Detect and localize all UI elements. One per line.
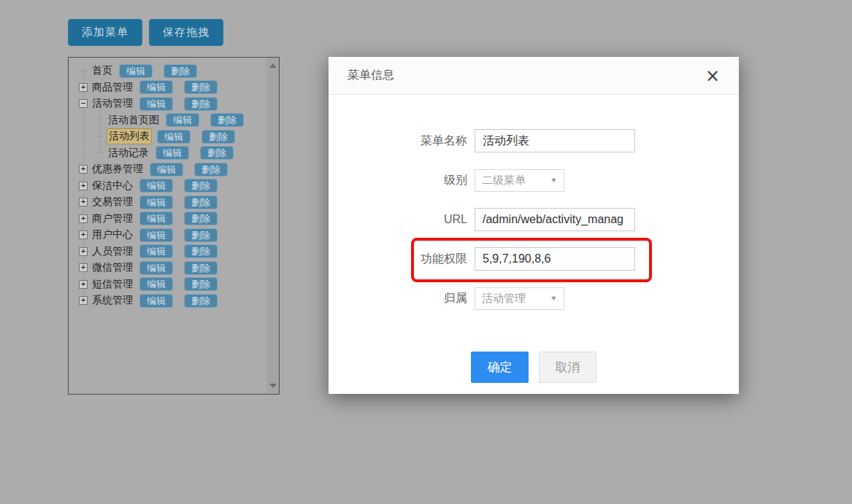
- tree-node-coupon[interactable]: 优惠券管理: [91, 162, 145, 177]
- delete-button[interactable]: 删除: [184, 80, 218, 94]
- edit-button[interactable]: 编辑: [139, 195, 173, 209]
- parent-label: 归属: [329, 291, 475, 306]
- tree-row-wechat: 微信管理 编辑 删除: [69, 260, 279, 276]
- delete-button[interactable]: 删除: [184, 195, 218, 209]
- edit-button[interactable]: 编辑: [157, 130, 191, 144]
- cancel-button[interactable]: 取消: [539, 352, 596, 383]
- scroll-down-icon[interactable]: [269, 384, 277, 388]
- tree-node-user-center[interactable]: 用户中心: [91, 228, 134, 242]
- tree-node-activity-banner[interactable]: 活动首页图: [107, 113, 161, 128]
- expand-plus-icon[interactable]: [79, 263, 88, 272]
- edit-button[interactable]: 编辑: [156, 146, 189, 160]
- edit-button[interactable]: 编辑: [119, 64, 153, 78]
- expand-plus-icon[interactable]: [79, 214, 88, 223]
- edit-button[interactable]: 编辑: [139, 212, 173, 225]
- delete-button[interactable]: 删除: [194, 163, 228, 177]
- delete-button[interactable]: 删除: [184, 228, 218, 242]
- edit-button[interactable]: 编辑: [166, 113, 199, 127]
- tree-node-wechat[interactable]: 微信管理: [91, 260, 134, 275]
- scroll-up-icon[interactable]: [269, 63, 277, 68]
- tree-row-activity-banner: 活动首页图 编辑 删除: [69, 112, 279, 129]
- expand-plus-icon[interactable]: [79, 198, 88, 206]
- expand-plus-icon[interactable]: [79, 182, 88, 190]
- add-menu-button[interactable]: 添加菜单: [68, 19, 142, 46]
- dialog-header: 菜单信息 ×: [329, 57, 739, 95]
- delete-button[interactable]: 删除: [184, 179, 218, 193]
- dialog-title: 菜单信息: [348, 68, 394, 83]
- expand-plus-icon[interactable]: [79, 280, 88, 289]
- expand-plus-icon[interactable]: [79, 230, 88, 239]
- parent-select[interactable]: 活动管理 ▼: [475, 287, 564, 310]
- expand-plus-icon[interactable]: [79, 165, 88, 174]
- tree-row-activity-record: 活动记录 编辑 删除: [69, 145, 279, 162]
- tree-node-staff[interactable]: 人员管理: [91, 244, 134, 259]
- delete-button[interactable]: 删除: [210, 113, 244, 127]
- delete-button[interactable]: 删除: [164, 64, 197, 78]
- edit-button[interactable]: 编辑: [139, 80, 173, 94]
- tree-node-sms[interactable]: 短信管理: [91, 277, 134, 292]
- delete-button[interactable]: 删除: [184, 212, 218, 225]
- form-row-level: 级别 二级菜单 ▼: [329, 168, 739, 192]
- tree-node-home[interactable]: 首页: [91, 63, 114, 78]
- dialog-body: 菜单名称 级别 二级菜单 ▼ URL 功能权限 归属 活动管理 ▼: [329, 95, 739, 383]
- edit-button[interactable]: 编辑: [139, 261, 173, 275]
- tree-node-cleaning[interactable]: 保洁中心: [91, 179, 134, 193]
- tree-row-staff: 人员管理 编辑 删除: [69, 244, 279, 260]
- tree-node-activity-list-selected[interactable]: 活动列表: [107, 128, 152, 144]
- tree-toolbar: 添加菜单 保存拖拽: [68, 19, 223, 46]
- tree-row-user-center: 用户中心 编辑 删除: [69, 227, 279, 244]
- delete-button[interactable]: 删除: [184, 277, 218, 291]
- url-label: URL: [329, 213, 475, 226]
- expand-plus-icon[interactable]: [79, 296, 88, 305]
- expand-plus-icon[interactable]: [79, 83, 88, 92]
- delete-button[interactable]: 删除: [184, 261, 218, 275]
- level-select-value: 二级菜单: [482, 174, 526, 187]
- form-row-parent: 归属 活动管理 ▼: [329, 287, 739, 310]
- tree-row-merchant: 商户管理 编辑 删除: [69, 211, 279, 228]
- dropdown-arrow-icon: ▼: [550, 295, 558, 302]
- tree-stub-line: [95, 136, 104, 137]
- form-row-url: URL: [329, 208, 739, 231]
- close-icon[interactable]: ×: [705, 67, 720, 85]
- save-drag-button[interactable]: 保存拖拽: [149, 19, 223, 46]
- delete-button[interactable]: 删除: [184, 97, 218, 111]
- edit-button[interactable]: 编辑: [139, 244, 173, 258]
- tree-node-trade[interactable]: 交易管理: [91, 195, 134, 209]
- edit-button[interactable]: 编辑: [139, 97, 173, 111]
- dialog-actions: 确定 取消: [329, 352, 739, 383]
- tree-row-sms: 短信管理 编辑 删除: [69, 276, 279, 293]
- edit-button[interactable]: 编辑: [139, 179, 173, 193]
- tree-row-activity-list: 活动列表 编辑 删除: [69, 128, 279, 145]
- collapse-minus-icon[interactable]: [79, 99, 88, 108]
- edit-button[interactable]: 编辑: [139, 228, 173, 242]
- permissions-label: 功能权限: [329, 252, 475, 267]
- expand-plus-icon[interactable]: [79, 247, 88, 256]
- delete-button[interactable]: 删除: [184, 294, 218, 308]
- edit-button[interactable]: 编辑: [139, 294, 173, 308]
- tree-row-activity: 活动管理 编辑 删除: [69, 96, 279, 112]
- confirm-button[interactable]: 确定: [471, 352, 529, 383]
- tree-scrollbar[interactable]: [266, 58, 279, 394]
- tree-row-home: 首页 编辑 删除: [69, 63, 279, 80]
- permissions-input[interactable]: [475, 247, 635, 271]
- tree-row-goods: 商品管理 编辑 删除: [69, 80, 279, 96]
- edit-button[interactable]: 编辑: [139, 277, 173, 291]
- tree-node-activity[interactable]: 活动管理: [91, 96, 134, 111]
- tree-node-system[interactable]: 系统管理: [91, 293, 134, 308]
- menu-name-input[interactable]: [475, 129, 635, 152]
- level-select[interactable]: 二级菜单 ▼: [475, 169, 564, 192]
- tree-stub-line: [79, 71, 88, 71]
- edit-button[interactable]: 编辑: [150, 163, 183, 177]
- tree-node-goods[interactable]: 商品管理: [91, 80, 134, 95]
- tree-node-merchant[interactable]: 商户管理: [91, 212, 134, 226]
- tree-row-trade: 交易管理 编辑 删除: [69, 194, 279, 211]
- tree-row-system: 系统管理 编辑 删除: [69, 292, 279, 309]
- delete-button[interactable]: 删除: [200, 146, 234, 160]
- tree-stub-line: [95, 120, 104, 120]
- menu-info-dialog: 菜单信息 × 菜单名称 级别 二级菜单 ▼ URL 功能权限 归属 活动: [329, 57, 739, 394]
- delete-button[interactable]: 删除: [184, 244, 218, 258]
- menu-tree-panel: 首页 编辑 删除 商品管理 编辑 删除 活动管理 编辑 删除 活动首页图 编辑 …: [68, 57, 280, 395]
- tree-node-activity-record[interactable]: 活动记录: [107, 146, 150, 160]
- delete-button[interactable]: 删除: [202, 130, 235, 144]
- url-input[interactable]: [475, 208, 635, 231]
